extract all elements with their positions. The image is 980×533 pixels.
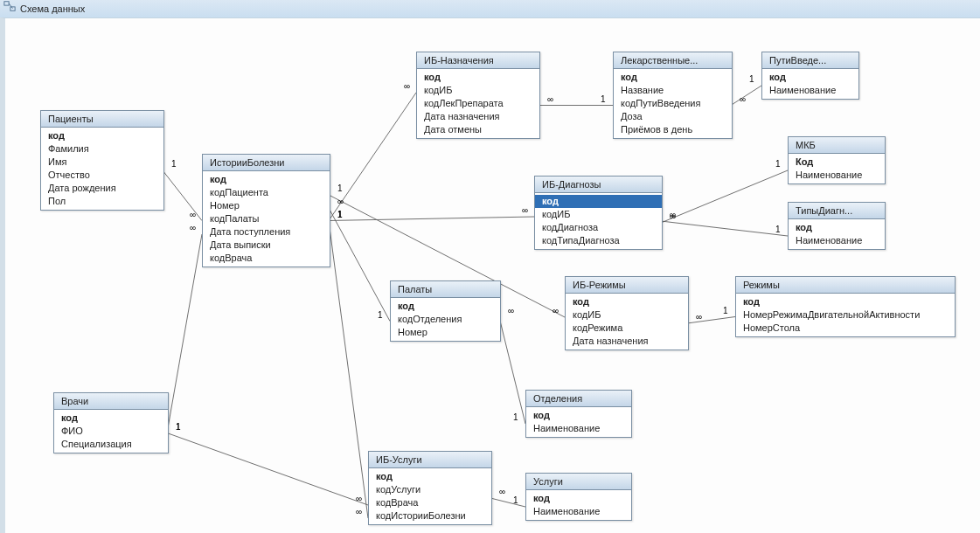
entity-field[interactable]: код bbox=[526, 409, 631, 422]
entity-ib_nazn[interactable]: ИБ-НазначениякодкодИБкодЛекПрепаратаДата… bbox=[416, 52, 540, 139]
entity-title[interactable]: Услуги bbox=[526, 474, 631, 490]
entity-field[interactable]: Наименование bbox=[526, 422, 631, 435]
entity-title[interactable]: Лекарственные... bbox=[614, 52, 732, 69]
entity-field[interactable]: код bbox=[535, 195, 662, 208]
entity-field[interactable]: кодПутиВведения bbox=[614, 97, 732, 110]
entity-title[interactable]: ПутиВведе... bbox=[762, 52, 858, 69]
svg-line-3 bbox=[163, 170, 202, 221]
entity-otdel[interactable]: ОтделениякодНаименование bbox=[525, 390, 632, 438]
entity-field[interactable]: код bbox=[54, 412, 168, 425]
entity-uslugi[interactable]: УслугикодНаименование bbox=[525, 473, 632, 521]
entity-field[interactable]: код bbox=[417, 71, 539, 84]
entity-title[interactable]: Пациенты bbox=[41, 111, 163, 128]
entity-title[interactable]: ИБ-Услуги bbox=[369, 452, 491, 468]
entity-field[interactable]: кодИБ bbox=[417, 84, 539, 97]
svg-text:1: 1 bbox=[378, 310, 383, 320]
entity-field[interactable]: код bbox=[391, 300, 500, 313]
entity-field[interactable]: кодУслуги bbox=[369, 483, 491, 496]
entity-field[interactable]: Дата назначения bbox=[417, 110, 539, 123]
svg-text:1: 1 bbox=[337, 183, 343, 193]
entity-rezhimy[interactable]: РежимыкодНомерРежимаДвигательнойАктивнос… bbox=[735, 276, 956, 337]
entity-field[interactable]: Дата отмены bbox=[417, 123, 539, 136]
entity-mkb[interactable]: МКБКодНаименование bbox=[788, 136, 886, 184]
svg-line-10 bbox=[167, 234, 202, 433]
entity-field[interactable]: Специализация bbox=[54, 438, 168, 451]
entity-title[interactable]: Отделения bbox=[526, 391, 631, 407]
entity-fields: кодкодОтделенияНомер bbox=[391, 298, 500, 341]
entity-field[interactable]: код bbox=[369, 470, 491, 483]
entity-title[interactable]: ТипыДиагн... bbox=[789, 203, 885, 219]
svg-line-94 bbox=[499, 317, 525, 424]
entity-field[interactable]: кодИБ bbox=[535, 208, 662, 221]
entity-field[interactable]: кодИБ bbox=[566, 308, 688, 322]
entity-history[interactable]: ИсторииБолезникодкодПациентаНомеркодПала… bbox=[202, 154, 330, 267]
entity-field[interactable]: Доза bbox=[614, 110, 732, 123]
entity-fields: кодНаименование bbox=[762, 69, 858, 99]
entity-field[interactable]: код bbox=[736, 295, 955, 308]
svg-text:1: 1 bbox=[775, 159, 781, 169]
entity-title[interactable]: ИБ-Назначения bbox=[417, 52, 539, 69]
entity-doctors[interactable]: ВрачикодФИОСпециализация bbox=[53, 392, 169, 453]
entity-field[interactable]: кодДиагноза bbox=[535, 221, 662, 234]
entity-field[interactable]: код bbox=[566, 295, 688, 308]
entity-field[interactable]: кодПалаты bbox=[203, 212, 330, 225]
entity-field[interactable]: Наименование bbox=[526, 505, 631, 518]
svg-text:∞: ∞ bbox=[190, 223, 196, 232]
entity-field[interactable]: Наименование bbox=[789, 234, 885, 247]
entity-patients[interactable]: ПациентыкодФамилияИмяОтчествоДата рожден… bbox=[40, 110, 164, 211]
svg-text:∞: ∞ bbox=[499, 487, 505, 496]
entity-field[interactable]: код bbox=[614, 71, 732, 84]
entity-field[interactable]: код bbox=[203, 173, 330, 186]
entity-ib_usl[interactable]: ИБ-УслугикодкодУслугикодВрачакодИсторииБ… bbox=[368, 451, 492, 525]
entity-title[interactable]: ИБ-Диагнозы bbox=[535, 177, 662, 193]
entity-field[interactable]: Дата назначения bbox=[566, 335, 688, 348]
entity-ib_diag[interactable]: ИБ-ДиагнозыкодкодИБкодДиагнозакодТипаДиа… bbox=[534, 176, 663, 250]
entity-field[interactable]: Код bbox=[789, 156, 885, 169]
entity-palaty[interactable]: ПалатыкодкодОтделенияНомер bbox=[390, 280, 501, 342]
entity-title[interactable]: Палаты bbox=[391, 281, 500, 298]
entity-field[interactable]: Номер bbox=[203, 199, 330, 212]
entity-field[interactable]: Наименование bbox=[789, 169, 885, 182]
relationships-canvas[interactable]: 1∞1∞1∞1∞1∞1∞∞11∞∞1∞1∞1∞1∞1∞1∞1 Пациентык… bbox=[0, 17, 980, 533]
entity-field[interactable]: Дата поступления bbox=[203, 225, 330, 239]
entity-field[interactable]: кодИсторииБолезни bbox=[369, 509, 491, 523]
entity-field[interactable]: Имя bbox=[41, 156, 163, 169]
entity-fields: КодНаименование bbox=[789, 154, 885, 183]
entity-title[interactable]: Врачи bbox=[54, 393, 168, 410]
entity-title[interactable]: ИБ-Режимы bbox=[566, 277, 688, 294]
entity-title[interactable]: ИсторииБолезни bbox=[203, 155, 330, 171]
entity-field[interactable]: Отчество bbox=[41, 169, 163, 182]
entity-field[interactable]: Дата рождения bbox=[41, 182, 163, 195]
entity-title[interactable]: Режимы bbox=[736, 277, 955, 294]
entity-field[interactable]: Наименование bbox=[762, 84, 858, 97]
entity-field[interactable]: кодВрача bbox=[203, 252, 330, 265]
entity-field[interactable]: Дата выписки bbox=[203, 239, 330, 252]
svg-line-80 bbox=[661, 221, 788, 236]
entity-field[interactable]: кодОтделения bbox=[391, 313, 500, 326]
entity-field[interactable]: Фамилия bbox=[41, 142, 163, 156]
entity-fields: кодкодИБкодРежимаДата назначения bbox=[566, 294, 688, 350]
entity-title[interactable]: МКБ bbox=[789, 137, 885, 154]
entity-field[interactable]: Пол bbox=[41, 195, 163, 208]
entity-field[interactable]: Название bbox=[614, 84, 732, 97]
svg-line-31 bbox=[329, 217, 534, 221]
entity-field[interactable]: кодПациента bbox=[203, 186, 330, 199]
entity-field[interactable]: Номер bbox=[391, 326, 500, 339]
entity-field[interactable]: код bbox=[762, 71, 858, 84]
entity-field[interactable]: кодВрача bbox=[369, 496, 491, 509]
entity-field[interactable]: Приёмов в день bbox=[614, 123, 732, 136]
entity-field[interactable]: кодТипаДиагноза bbox=[535, 234, 662, 247]
entity-field[interactable]: кодРежима bbox=[566, 322, 688, 335]
entity-ib_rezh[interactable]: ИБ-РежимыкодкодИБкодРежимаДата назначени… bbox=[565, 276, 689, 350]
entity-field[interactable]: кодЛекПрепарата bbox=[417, 97, 539, 110]
svg-line-87 bbox=[687, 317, 735, 324]
entity-field[interactable]: НомерСтола bbox=[736, 322, 955, 335]
entity-field[interactable]: НомерРежимаДвигательнойАктивности bbox=[736, 308, 955, 322]
entity-field[interactable]: код bbox=[526, 492, 631, 505]
entity-tipy[interactable]: ТипыДиагн...кодНаименование bbox=[788, 202, 886, 250]
entity-field[interactable]: код bbox=[789, 221, 885, 234]
entity-field[interactable]: код bbox=[41, 129, 163, 142]
entity-lek[interactable]: Лекарственные...кодНазваниекодПутиВведен… bbox=[613, 52, 733, 139]
entity-puti[interactable]: ПутиВведе...кодНаименование bbox=[761, 52, 859, 100]
entity-field[interactable]: ФИО bbox=[54, 425, 168, 438]
